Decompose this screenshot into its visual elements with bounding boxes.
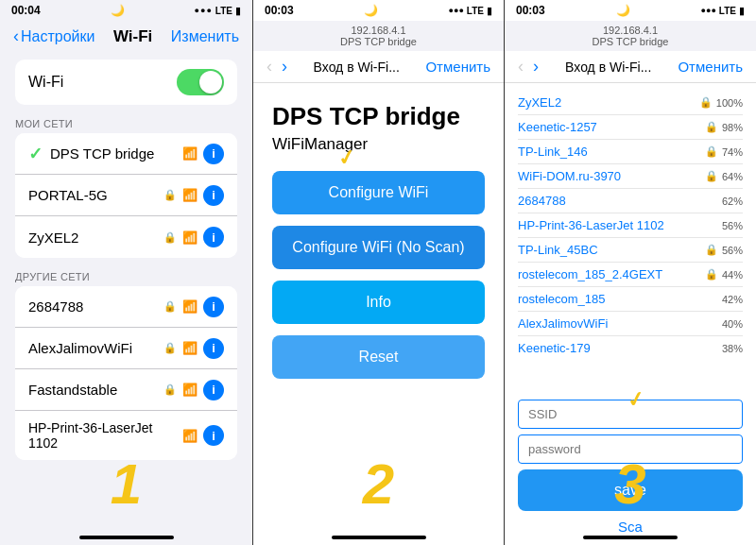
- address-line1-3: 192.168.4.1: [514, 25, 747, 36]
- network-item-2684788[interactable]: 2684788 🔒 📶 i: [15, 286, 237, 328]
- nav-bar-3: ‹ › Вход в Wi-Fi... Отменить: [505, 51, 756, 83]
- network-hp3[interactable]: HP-Print-36-LaserJet 1102 56%: [518, 213, 743, 238]
- network-item-alex[interactable]: AlexJalimovWiFi 🔒 📶 i: [15, 328, 237, 369]
- nav-arrows-2: ‹ ›: [266, 57, 287, 77]
- network-tplink45bc[interactable]: TP-Link_45BC 🔒 56%: [518, 238, 743, 263]
- percent-hp3: 56%: [722, 220, 743, 231]
- configure-wifi-btn[interactable]: Configure WiFi: [272, 171, 485, 214]
- connected-checkmark: ✓: [28, 144, 43, 164]
- wifi-toggle[interactable]: [177, 69, 224, 95]
- network-rostelecom-ext[interactable]: rostelecom_185_2.4GEXT 🔒 44%: [518, 263, 743, 287]
- network-item-zyxel[interactable]: ZyXEL2 🔒 📶 i: [15, 216, 237, 258]
- back-button-1[interactable]: ‹ Настройки: [13, 26, 94, 46]
- network-item-fast[interactable]: Fastandstable 🔒 📶 i: [15, 369, 237, 411]
- info-btn-hp[interactable]: i: [203, 425, 224, 446]
- network-list-3: ZyXEL2 🔒 100% Keenetic-1257 🔒 98% TP-Lin…: [505, 83, 756, 390]
- nav-arrows-3: ‹ ›: [518, 57, 539, 77]
- network-name-hp: HP-Print-36-LaserJet1102: [28, 420, 153, 451]
- moon-icon-1: 🌙: [111, 4, 125, 17]
- info-btn-alex[interactable]: i: [203, 338, 224, 359]
- info-btn-portal[interactable]: i: [203, 185, 224, 206]
- network-zyxel2[interactable]: ZyXEL2 🔒 100%: [518, 91, 743, 115]
- configure-wifi-noscan-btn[interactable]: Configure WiFi (No Scan): [272, 226, 485, 269]
- percent-rostelecom-ext: 44%: [722, 269, 743, 281]
- time-1: 00:04: [11, 4, 41, 17]
- chevron-left-icon-1: ‹: [13, 26, 19, 46]
- network-name-portal: PORTAL-5G: [28, 187, 108, 203]
- percent-zyxel2: 100%: [716, 97, 743, 109]
- back-arrow-2[interactable]: ‹: [266, 57, 272, 77]
- info-btn-zyxel[interactable]: i: [203, 227, 224, 247]
- network-name-alexjalimov: AlexJalimovWiFi: [518, 316, 608, 331]
- percent-keenetic1257: 98%: [722, 122, 743, 133]
- lock-2684788: 🔒: [163, 300, 177, 313]
- panel-wifi-settings: 00:04 🌙 ●●● LTE ▮ ‹ Настройки Wi-Fi Изме…: [0, 0, 252, 545]
- lock-wifi-dom: 🔒: [705, 170, 718, 182]
- home-indicator-3: [583, 536, 678, 539]
- time-2: 00:03: [265, 4, 294, 17]
- page-title-2: DPS TCP bridge: [272, 102, 485, 131]
- wifi-toggle-row: Wi-Fi: [15, 60, 237, 105]
- page-subtitle-2: WiFiManager: [272, 135, 485, 154]
- network-wifi-dom[interactable]: WiFi-DOM.ru-3970 🔒 64%: [518, 164, 743, 189]
- nav-bar-1: ‹ Настройки Wi-Fi Изменить: [0, 21, 252, 52]
- lock-tplink45bc: 🔒: [705, 244, 718, 256]
- network-name-keenetic1257: Keenetic-1257: [518, 120, 597, 134]
- lock-zyxel2: 🔒: [699, 96, 713, 109]
- lock-tplink146: 🔒: [705, 145, 718, 158]
- reset-btn[interactable]: Reset: [272, 335, 485, 379]
- network-name-tplink45bc: TP-Link_45BC: [518, 243, 598, 257]
- network-item-dps[interactable]: ✓ DPS TCP bridge 📶 i: [15, 133, 237, 175]
- my-networks-list: ✓ DPS TCP bridge 📶 i PORTAL-5G 🔒 📶 i ZyX…: [15, 133, 237, 258]
- signal-2: ●●●: [449, 6, 464, 15]
- info-btn-fast[interactable]: i: [203, 380, 224, 400]
- panel-wifi-list: 00:03 🌙 ●●● LTE ▮ 192.168.4.1 DPS TCP br…: [505, 0, 756, 545]
- panel-wifimanager: 00:03 🌙 ●●● LTE ▮ 192.168.4.1 DPS TCP br…: [252, 0, 505, 545]
- other-networks-list: 2684788 🔒 📶 i AlexJalimovWiFi 🔒 📶 i Fast…: [15, 286, 237, 460]
- other-networks-header: ДРУГИЕ СЕТИ: [0, 265, 252, 286]
- network-item-portal[interactable]: PORTAL-5G 🔒 📶 i: [15, 175, 237, 216]
- network-name-alex: AlexJalimovWiFi: [28, 340, 132, 356]
- network-keenetic179[interactable]: Keenetic-179 38%: [518, 336, 743, 360]
- my-networks-header: МОИ СЕТИ: [0, 112, 252, 133]
- network-alexjalimov[interactable]: AlexJalimovWiFi 40%: [518, 312, 743, 336]
- network-2684788[interactable]: 2684788 62%: [518, 189, 743, 213]
- nav-title-1: Wi-Fi: [113, 27, 152, 46]
- signal-3: ●●●: [701, 6, 716, 15]
- percent-keenetic179: 38%: [722, 343, 743, 354]
- network-tplink146[interactable]: TP-Link_146 🔒 74%: [518, 140, 743, 164]
- lock-fast: 🔒: [163, 383, 177, 396]
- lock-icon-portal: 🔒: [163, 189, 177, 201]
- address-line2-2: DPS TCP bridge: [263, 36, 494, 47]
- step-2: 2: [363, 451, 394, 517]
- percent-rostelecom185: 42%: [722, 294, 743, 305]
- back-arrow-3[interactable]: ‹: [518, 57, 524, 77]
- wifi-2684788: 📶: [182, 299, 198, 314]
- cancel-btn-2[interactable]: Отменить: [425, 59, 490, 75]
- wifi-alex: 📶: [182, 341, 198, 355]
- network-name-tplink146: TP-Link_146: [518, 145, 588, 159]
- info-btn[interactable]: Info: [272, 281, 485, 324]
- nav-action-1[interactable]: Изменить: [171, 28, 239, 45]
- lte-badge-1: LTE: [215, 6, 232, 16]
- status-bar-3: 00:03 🌙 ●●● LTE ▮: [505, 0, 756, 21]
- network-name-hp3: HP-Print-36-LaserJet 1102: [518, 218, 664, 232]
- network-name-keenetic179: Keenetic-179: [518, 341, 591, 355]
- network-name-2684788: 2684788: [28, 298, 83, 315]
- status-bar-1: 00:04 🌙 ●●● LTE ▮: [0, 0, 252, 21]
- percent-tplink146: 74%: [722, 146, 743, 158]
- lte-3: LTE: [719, 6, 736, 16]
- address-line1-2: 192.168.4.1: [263, 25, 494, 36]
- address-bar-2: 192.168.4.1 DPS TCP bridge: [253, 21, 504, 51]
- network-keenetic1257[interactable]: Keenetic-1257 🔒 98%: [518, 115, 743, 140]
- lte-2: LTE: [467, 6, 484, 16]
- info-btn-2684788[interactable]: i: [203, 297, 224, 317]
- scan-button[interactable]: Sca: [518, 519, 743, 535]
- network-name-zyxel2: ZyXEL2: [518, 95, 561, 110]
- info-btn-dps[interactable]: i: [203, 144, 224, 164]
- cancel-btn-3[interactable]: Отменить: [678, 59, 743, 75]
- battery-icon-1: ▮: [235, 5, 241, 17]
- network-rostelecom185[interactable]: rostelecom_185 42%: [518, 287, 743, 312]
- address-line2-3: DPS TCP bridge: [514, 36, 747, 47]
- lock-keenetic1257: 🔒: [705, 121, 718, 133]
